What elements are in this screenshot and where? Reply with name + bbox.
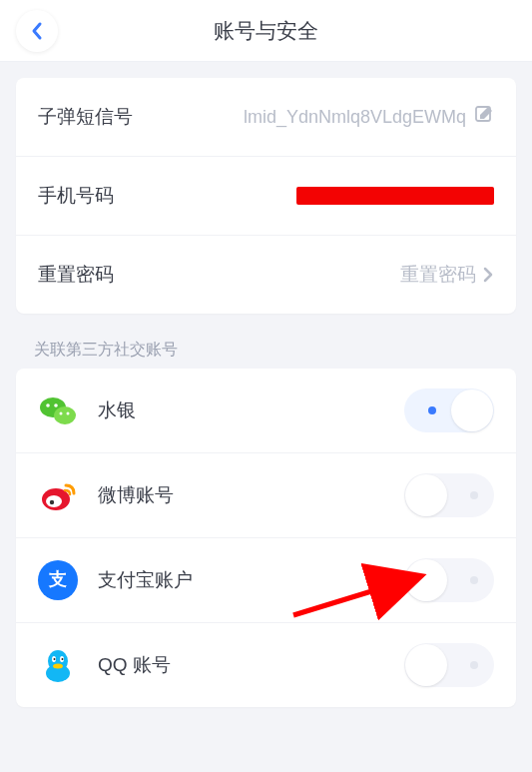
- reset-password-label: 重置密码: [38, 262, 114, 288]
- wechat-icon: [38, 390, 78, 430]
- svg-point-5: [60, 412, 63, 415]
- linked-row-qq: QQ 账号: [16, 623, 516, 707]
- linked-row-wechat: 水银: [16, 369, 516, 453]
- svg-point-2: [54, 406, 76, 424]
- account-id-label: 子弹短信号: [38, 104, 133, 130]
- linked-label: QQ 账号: [98, 652, 171, 678]
- toggle-wechat[interactable]: [404, 388, 494, 432]
- toggle-qq[interactable]: [404, 643, 494, 687]
- header: 账号与安全: [0, 0, 532, 62]
- linked-label: 微博账号: [98, 482, 174, 508]
- phone-label: 手机号码: [38, 183, 114, 209]
- phone-value-redacted: [296, 187, 494, 205]
- reset-password-action: 重置密码: [400, 262, 476, 288]
- weibo-icon: [38, 475, 78, 515]
- toggle-alipay[interactable]: [404, 558, 494, 602]
- alipay-icon: 支: [38, 560, 78, 600]
- svg-point-15: [54, 658, 56, 660]
- account-id-value: lmid_YdnNmlq8VLdgEWMq: [244, 107, 466, 128]
- svg-text:支: 支: [48, 569, 67, 589]
- linked-accounts-card: 水银 微博账号 支 支付宝账户: [16, 369, 516, 707]
- linked-section-title: 关联第三方社交账号: [0, 330, 532, 369]
- row-account-id[interactable]: 子弹短信号 lmid_YdnNmlq8VLdgEWMq: [16, 78, 516, 157]
- page-title: 账号与安全: [0, 17, 532, 45]
- row-phone[interactable]: 手机号码: [16, 157, 516, 236]
- chevron-right-icon: [482, 266, 494, 284]
- svg-point-16: [62, 658, 64, 660]
- svg-point-6: [67, 412, 70, 415]
- back-button[interactable]: [16, 10, 58, 52]
- svg-point-8: [46, 495, 62, 507]
- svg-point-17: [53, 664, 63, 669]
- linked-row-alipay: 支 支付宝账户: [16, 538, 516, 623]
- chevron-left-icon: [30, 21, 44, 41]
- account-card: 子弹短信号 lmid_YdnNmlq8VLdgEWMq 手机号码 重置密码 重置…: [16, 78, 516, 314]
- linked-row-weibo: 微博账号: [16, 453, 516, 538]
- linked-label: 支付宝账户: [98, 567, 193, 593]
- svg-point-9: [50, 500, 54, 504]
- qq-icon: [38, 645, 78, 685]
- linked-label: 水银: [98, 397, 136, 423]
- svg-point-3: [46, 403, 50, 407]
- edit-icon[interactable]: [474, 105, 494, 129]
- row-reset-password[interactable]: 重置密码 重置密码: [16, 236, 516, 314]
- toggle-weibo[interactable]: [404, 473, 494, 517]
- svg-point-4: [54, 403, 58, 407]
